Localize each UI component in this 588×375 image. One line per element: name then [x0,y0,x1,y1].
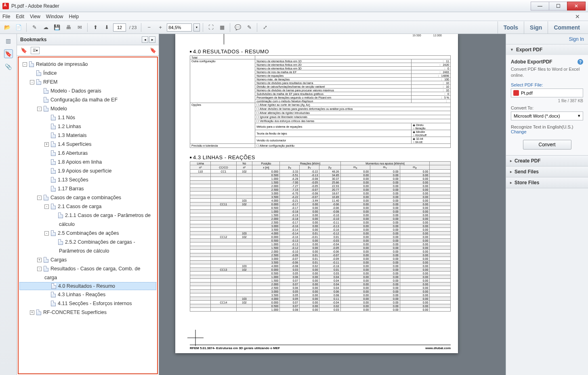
bookmark-label: Casos de carga e combinações [50,195,121,200]
close-button[interactable]: ✕ [567,2,586,11]
page-up-icon[interactable]: ⬆ [90,23,100,32]
bookmark-item[interactable]: 1.1 Nós [19,113,156,122]
bookmark-label: 2.5 Combinações de ações [58,230,119,236]
menubar: File Edit View Window Help ✕ [0,12,588,21]
highlight-icon[interactable]: ✎ [244,23,254,32]
menu-edit[interactable]: Edit [16,14,24,19]
sign-in-link[interactable]: Sign In [569,36,584,42]
collapse-icon[interactable]: - [23,62,27,67]
toolbar: 📂 📄 ✎ ☁ 💾 🖶 ✉ ⬆ ⬇ / 23 − + 84,5% ▾ ⛶ ▦ 💬… [0,21,588,34]
document-close-icon[interactable]: ✕ [575,13,580,20]
bookmarks-prev-icon[interactable]: ◂ [142,36,148,43]
tools-tab[interactable]: Tools [498,21,524,34]
collapse-icon[interactable]: - [37,107,42,111]
bookmark-item[interactable]: +RF-CONCRETE Superfícies [19,308,156,317]
minimize-button[interactable]: — [531,2,549,11]
save-icon[interactable]: 💾 [52,23,62,32]
zoom-out-icon[interactable]: − [144,23,154,32]
bookmarks-options-icon[interactable]: ☰▾ [31,47,40,54]
send-files-header[interactable]: ▸Send Files [506,166,588,177]
document-view[interactable]: 19.50012.000 4.0 RESULTADOS - RESUMO Tot… [159,34,506,375]
zoom-value[interactable]: 84,5% [167,23,192,32]
help-icon[interactable]: ? [578,59,583,65]
sign-tab[interactable]: Sign [524,21,548,34]
bookmark-label: 2.1.1 Casos de carga - Parâmetros de [65,213,151,218]
print-icon[interactable]: 🖶 [63,23,73,32]
bookmark-item[interactable]: +1.4 Superfícies [19,140,156,149]
bookmark-item[interactable]: +Cargas [19,255,156,264]
bookmark-item[interactable]: -Relatório de impressão [19,60,156,69]
expand-icon[interactable]: + [30,310,34,315]
open-icon[interactable]: 📂 [2,23,12,32]
convert-button[interactable]: Convert [523,140,571,150]
bookmark-item[interactable]: Parâmetros de cálculo [19,246,156,255]
attachments-icon[interactable]: 📎 [4,62,13,71]
bookmark-item[interactable]: -Resultados - Casos de carga, Comb. de [19,264,156,273]
collapse-icon[interactable]: - [37,267,42,271]
menu-help[interactable]: Help [69,14,79,19]
menu-view[interactable]: View [30,14,40,19]
section-heading: 4.0 RESULTADOS - RESUMO [190,48,451,55]
bookmark-item[interactable]: cálculo [19,220,156,229]
bookmark-item[interactable]: -2.5 Combinações de ações [19,229,156,238]
expand-icon[interactable]: + [44,142,49,147]
page-down-icon[interactable]: ⬇ [102,23,111,32]
bookmark-item[interactable]: 4.0 Resultados - Resumo [19,282,156,290]
bookmark-item[interactable]: Índice [19,69,156,78]
bookmark-item[interactable]: 4.3 Linhas - Reações [19,290,156,299]
page-layout-icon[interactable]: ▦ [217,23,227,32]
bookmarks-find-icon[interactable]: 🔖 [150,47,156,53]
comment-tab[interactable]: Comment [548,21,586,34]
bookmark-item[interactable]: 1.6 Aberturas [19,149,156,158]
bookmark-item[interactable]: carga [19,273,156,282]
mail-icon[interactable]: ✉ [75,23,84,32]
selected-file[interactable]: Pt.pdf [511,88,583,97]
fit-icon[interactable]: ⛶ [206,23,216,32]
bookmarks-next-icon[interactable]: ▸ [149,36,155,43]
zoom-in-icon[interactable]: + [155,23,165,32]
bookmark-item[interactable]: -Casos de carga e combinações [19,193,156,202]
bookmark-item[interactable]: -Modelo [19,104,156,113]
menu-file[interactable]: File [2,14,10,19]
bookmark-item[interactable]: -2.1 Casos de carga [19,202,156,211]
collapse-icon[interactable]: - [30,80,34,84]
bookmark-item[interactable]: 1.17 Barras [19,184,156,193]
convert-to-select[interactable]: Microsoft Word (*.docx)▾ [511,112,583,120]
page-input[interactable] [113,23,126,32]
bookmark-label: Modelo - Dados gerais [50,88,101,94]
expand-icon[interactable]: + [37,258,42,262]
export-pdf-header[interactable]: ▼Export PDF [506,44,588,55]
bookmark-item[interactable]: 4.11 Secções - Esforços internos [19,299,156,308]
bookmark-item[interactable]: -RFEM [19,78,156,86]
menu-window[interactable]: Window [46,14,63,19]
cloud-icon[interactable]: ☁ [41,23,50,32]
bookmark-item[interactable]: 2.5.2 Combinações de cargas - [19,238,156,246]
bookmark-item[interactable]: Modelo - Dados gerais [19,86,156,95]
create-pdf-header[interactable]: ▸Create PDF [506,156,588,166]
fullscreen-icon[interactable]: ⤢ [260,23,270,32]
bookmark-item[interactable]: 1.2 Linhas [19,122,156,131]
bookmarks-tree[interactable]: -Relatório de impressãoÍndice-RFEMModelo… [18,57,158,374]
change-language-link[interactable]: Change [511,129,527,134]
thumbnails-icon[interactable]: ▥ [4,36,13,45]
collapse-icon[interactable]: - [37,196,42,200]
maximize-button[interactable]: ☐ [549,2,567,11]
page-icon [50,168,56,174]
zoom-dropdown-icon[interactable]: ▾ [193,23,200,32]
create-pdf-icon[interactable]: 📄 [14,23,23,32]
bookmark-item[interactable]: 1.8 Apoios em linha [19,158,156,166]
page-icon [50,115,56,120]
page-icon [50,186,56,192]
comment-bubble-icon[interactable]: 💬 [233,23,243,32]
store-files-header[interactable]: ▸Store Files [506,177,588,188]
edit-icon[interactable]: ✎ [29,23,39,32]
bookmark-label: 1.9 Apoios de superfície [58,168,111,174]
bookmark-item[interactable]: Configuração da malha de EF [19,95,156,104]
bookmark-item[interactable]: 1.3 Materiais [19,131,156,140]
collapse-icon[interactable]: - [44,204,49,209]
collapse-icon[interactable]: - [44,231,49,236]
bookmark-item[interactable]: 2.1.1 Casos de carga - Parâmetros de [19,211,156,220]
bookmarks-icon[interactable]: 🔖 [4,49,13,58]
bookmark-item[interactable]: 1.9 Apoios de superfície [19,166,156,175]
bookmark-item[interactable]: 1.13 Secções [19,175,156,184]
